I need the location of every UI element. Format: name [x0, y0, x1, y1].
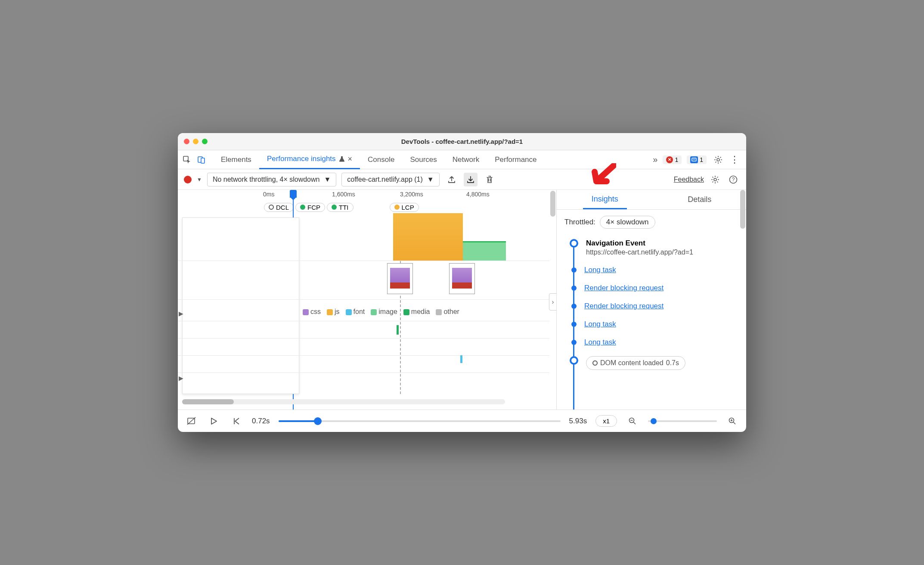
inspect-element-icon[interactable] [180, 153, 193, 166]
ruler-label: 0ms [263, 191, 274, 198]
close-window-button[interactable] [184, 139, 189, 144]
insight-navigation[interactable]: Navigation Event https://coffee-cart.net… [570, 239, 738, 256]
tab-label: Insights [592, 195, 618, 204]
throttle-info: Throttled: 4× slowdown [557, 210, 746, 235]
event-dot-icon [571, 322, 577, 327]
insight-link[interactable]: Long task [584, 320, 616, 329]
help-icon[interactable]: ? [726, 173, 740, 186]
insight-long-task[interactable]: Long task [570, 338, 738, 347]
settings-gear-icon[interactable] [708, 173, 722, 186]
maximize-window-button[interactable] [202, 139, 208, 144]
insight-link[interactable]: Long task [584, 266, 616, 274]
marker-dcl[interactable]: DCL [264, 203, 294, 212]
legend-item: other [436, 308, 459, 316]
insight-long-task[interactable]: Long task [570, 320, 738, 329]
play-icon[interactable] [207, 414, 221, 428]
record-button[interactable] [184, 176, 192, 183]
insight-title: Navigation Event [586, 239, 693, 248]
tab-console[interactable]: Console [360, 150, 402, 169]
export-icon[interactable] [445, 173, 459, 186]
event-dot-icon [571, 267, 577, 273]
recording-select[interactable]: coffee-cart.netlify.app (1) ▼ [341, 173, 439, 186]
throttle-select[interactable]: No network throttling, 4× slowdown ▼ [207, 173, 336, 186]
scrubber-slider[interactable] [279, 420, 561, 422]
start-time-label: 0.72s [252, 417, 270, 425]
insight-render-blocking[interactable]: Render blocking request [570, 302, 738, 310]
tab-label: Performance [495, 155, 536, 164]
dcl-time: 0.7s [666, 359, 679, 367]
insight-dcl[interactable]: DOM content loaded 0.7s [570, 356, 738, 370]
playback-speed[interactable]: x1 [595, 415, 617, 427]
zoom-thumb[interactable] [651, 418, 657, 424]
timeline-hscrollbar[interactable] [182, 399, 505, 404]
legend-item: font [346, 308, 365, 316]
minimize-window-button[interactable] [193, 139, 198, 144]
insights-list: Navigation Event https://coffee-cart.net… [557, 235, 746, 410]
timeline-pane[interactable]: 0ms 1,600ms 3,200ms 4,800ms DCL FCP TTI … [178, 190, 557, 410]
playhead[interactable] [290, 190, 297, 198]
tab-performance-insights[interactable]: Performance insights × [259, 150, 360, 169]
tab-details[interactable]: Details [679, 190, 720, 209]
svg-line-14 [633, 422, 636, 424]
track-separator [178, 299, 549, 300]
errors-badge[interactable]: ✕ 1 [663, 155, 682, 164]
tab-network[interactable]: Network [445, 150, 487, 169]
toggle-replay-icon[interactable] [185, 414, 198, 428]
go-to-start-icon[interactable] [229, 414, 243, 428]
device-toolbar-icon[interactable] [195, 153, 208, 166]
marker-fcp[interactable]: FCP [295, 203, 325, 212]
zoom-in-icon[interactable] [726, 414, 739, 428]
screenshot-thumbnail[interactable] [387, 263, 413, 294]
marker-lcp[interactable]: LCP [390, 203, 419, 212]
marker-tti[interactable]: TTI [327, 203, 353, 212]
zoom-slider[interactable] [648, 420, 717, 422]
marker-label: TTI [339, 204, 349, 211]
record-dropdown[interactable]: ▼ [197, 177, 202, 183]
track-expand-arrow[interactable]: ▶ [179, 310, 183, 317]
insight-link[interactable]: Render blocking request [584, 284, 664, 292]
kebab-menu-icon[interactable]: ⋮ [730, 154, 739, 165]
legend-item: js [327, 308, 340, 316]
insight-render-blocking[interactable]: Render blocking request [570, 284, 738, 292]
track-separator [178, 355, 549, 356]
sidebar-vscrollbar[interactable] [740, 190, 745, 229]
sidebar-tabs: Insights Details [557, 190, 746, 210]
sidebar-toggle[interactable]: › [549, 293, 557, 310]
messages-badge[interactable]: 1 [687, 155, 707, 164]
network-bar[interactable] [397, 325, 399, 335]
track-expand-arrow[interactable]: ▶ [179, 375, 183, 382]
insight-link[interactable]: Render blocking request [584, 302, 664, 310]
scrubber-thumb[interactable] [314, 417, 322, 425]
circle-icon [592, 360, 598, 366]
panel-tabs: Elements Performance insights × Console … [213, 150, 651, 169]
tab-sources[interactable]: Sources [402, 150, 444, 169]
insight-link[interactable]: Long task [584, 338, 616, 347]
legend-item: media [403, 308, 430, 316]
network-bar[interactable] [460, 355, 462, 363]
content-area: 0ms 1,600ms 3,200ms 4,800ms DCL FCP TTI … [178, 190, 746, 410]
tab-label: Console [368, 155, 394, 164]
insight-long-task[interactable]: Long task [570, 266, 738, 274]
settings-icon[interactable] [712, 153, 725, 166]
tab-performance[interactable]: Performance [487, 150, 544, 169]
tab-insights[interactable]: Insights [583, 190, 627, 209]
feedback-link[interactable]: Feedback [674, 176, 704, 183]
svg-rect-2 [201, 158, 205, 163]
js-task-block[interactable] [393, 213, 463, 261]
image-task-block[interactable] [463, 241, 506, 261]
svg-text:?: ? [732, 177, 735, 183]
svg-line-18 [733, 422, 735, 424]
legend-item: image [371, 308, 397, 316]
svg-point-6 [714, 178, 716, 181]
screenshot-thumbnail[interactable] [449, 263, 475, 294]
window-title: DevTools - coffee-cart.netlify.app/?ad=1 [178, 138, 746, 145]
timeline-ruler: 0ms 1,600ms 3,200ms 4,800ms [178, 190, 556, 201]
import-icon[interactable] [464, 173, 478, 186]
dcl-badge: DOM content loaded 0.7s [586, 356, 685, 370]
close-tab-icon[interactable]: × [348, 155, 353, 164]
tab-elements[interactable]: Elements [213, 150, 259, 169]
end-time-label: 5.93s [569, 417, 587, 425]
delete-icon[interactable] [483, 173, 496, 186]
overflow-tabs-button[interactable]: » [653, 155, 657, 165]
zoom-out-icon[interactable] [626, 414, 639, 428]
